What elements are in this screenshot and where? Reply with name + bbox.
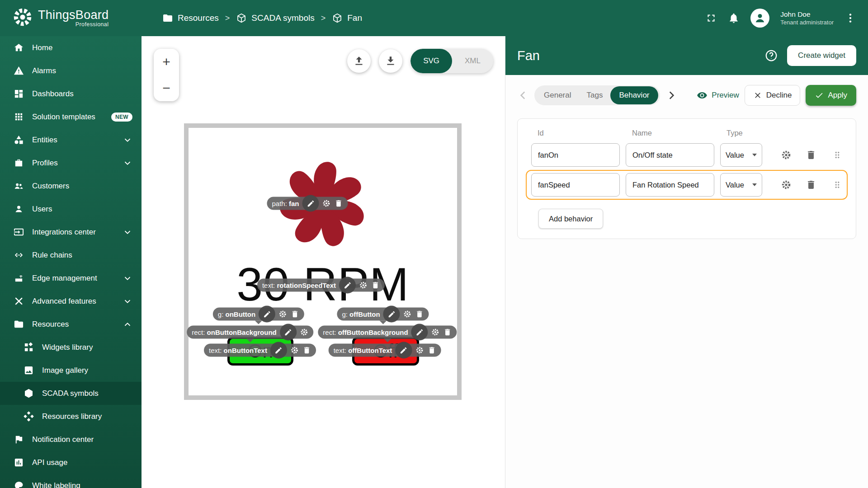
image-icon	[24, 365, 34, 375]
behavior-id-input[interactable]	[531, 143, 620, 167]
drag-handle[interactable]	[832, 180, 842, 190]
download-button[interactable]	[379, 49, 402, 73]
sidebar-item-users[interactable]: Users	[0, 197, 142, 221]
breadcrumb-scada-symbols[interactable]: SCADA symbols	[236, 13, 314, 23]
zoom-out-button[interactable]: −	[154, 75, 179, 101]
edit-pencil-icon[interactable]	[383, 306, 400, 323]
delete-trash-icon[interactable]	[291, 310, 299, 319]
breadcrumb-resources[interactable]: Resources	[162, 13, 219, 23]
behavior-name-input[interactable]	[626, 143, 714, 167]
rule-chains-icon	[14, 250, 24, 260]
sidebar-item-edge-management[interactable]: Edge management	[0, 267, 142, 290]
upload-button[interactable]	[347, 49, 371, 73]
sidebar-item-alarms[interactable]: Alarms	[0, 59, 142, 82]
decline-button[interactable]: Decline	[745, 85, 801, 106]
settings-gear-icon[interactable]	[415, 346, 424, 355]
fullscreen-icon[interactable]	[705, 12, 717, 24]
format-toggle: SVG XML	[410, 49, 493, 73]
behavior-name-input[interactable]	[626, 173, 714, 197]
add-behavior-button[interactable]: Add behavior	[538, 209, 603, 229]
kebab-menu-icon[interactable]	[844, 12, 856, 24]
element-tag-fan[interactable]: path: fan	[267, 197, 348, 210]
scada-cube-icon	[24, 388, 34, 399]
sidebar-item-widgets-library[interactable]: Widgets library	[0, 336, 142, 359]
behavior-type-select[interactable]: Value	[720, 173, 762, 197]
tab-behavior[interactable]: Behavior	[610, 86, 658, 104]
help-icon[interactable]	[764, 49, 778, 62]
sidebar-item-advanced-features[interactable]: Advanced features	[0, 290, 142, 313]
settings-gear-icon[interactable]	[322, 199, 331, 208]
settings-gear-icon[interactable]	[278, 310, 287, 319]
delete-trash-icon[interactable]	[335, 199, 343, 208]
apply-button[interactable]: Apply	[806, 85, 856, 106]
sidebar-item-entities[interactable]: Entities	[0, 128, 142, 151]
zoom-in-button[interactable]: +	[154, 49, 179, 75]
tab-general[interactable]: General	[536, 91, 579, 100]
row-delete-button[interactable]	[806, 150, 816, 160]
drag-handle[interactable]	[832, 150, 842, 160]
delete-trash-icon[interactable]	[443, 328, 452, 337]
settings-gear-icon[interactable]	[431, 328, 440, 337]
element-tag-off-button-background[interactable]: rect: offButtonBackground	[318, 326, 457, 339]
toggle-svg[interactable]: SVG	[410, 49, 452, 73]
sidebar-item-image-gallery[interactable]: Image gallery	[0, 359, 142, 382]
scada-symbol-frame[interactable]: 30 RPM On Off path: fan text: rotationSp…	[184, 123, 462, 400]
user-role: Tenant administrator	[780, 19, 834, 26]
edit-pencil-icon[interactable]	[280, 324, 297, 341]
edit-pencil-icon[interactable]	[259, 306, 275, 323]
chevron-right-icon[interactable]	[665, 89, 677, 101]
settings-gear-icon[interactable]	[359, 281, 368, 290]
element-tag-rotation-speed-text[interactable]: text: rotationSpeedText	[257, 279, 385, 292]
settings-gear-icon[interactable]	[290, 346, 299, 355]
sidebar-item-solution-templates[interactable]: Solution templates NEW	[0, 105, 142, 128]
sidebar-item-resources-library[interactable]: Resources library	[0, 405, 142, 428]
sidebar-item-white-labeling[interactable]: White labeling	[0, 474, 142, 488]
sidebar-item-dashboards[interactable]: Dashboards	[0, 82, 142, 105]
behaviors-card: Id Name Type Value	[517, 118, 856, 239]
delete-trash-icon[interactable]	[371, 281, 380, 290]
row-settings-button[interactable]	[781, 150, 792, 160]
edit-pencil-icon[interactable]	[339, 277, 356, 294]
delete-trash-icon[interactable]	[427, 346, 436, 355]
sidebar-item-customers[interactable]: Customers	[0, 174, 142, 197]
symbol-properties-panel: Fan Create widget General Tags Behavior …	[505, 36, 868, 488]
sidebar-item-home[interactable]: Home	[0, 36, 142, 59]
sidebar-item-rule-chains[interactable]: Rule chains	[0, 244, 142, 267]
edit-pencil-icon[interactable]	[411, 324, 428, 341]
preview-button[interactable]: Preview	[697, 90, 739, 101]
chevron-left-icon[interactable]	[517, 89, 529, 101]
chevron-down-icon	[123, 158, 132, 168]
element-tag-on-button-background[interactable]: rect: onButtonBackground	[187, 326, 313, 339]
user-avatar[interactable]	[750, 9, 769, 28]
edit-pencil-icon[interactable]	[270, 342, 287, 359]
toggle-xml[interactable]: XML	[452, 49, 493, 73]
app-edition: Professional	[75, 21, 109, 28]
settings-gear-icon[interactable]	[403, 310, 412, 319]
edit-pencil-icon[interactable]	[302, 195, 319, 212]
sidebar-item-resources[interactable]: Resources	[0, 313, 142, 336]
create-widget-button[interactable]: Create widget	[787, 45, 856, 66]
behavior-type-select[interactable]: Value	[720, 143, 762, 167]
element-tag-on-button-text[interactable]: text: onButtonText	[204, 344, 316, 357]
row-delete-button[interactable]	[806, 179, 816, 190]
sidebar-item-scada-symbols[interactable]: SCADA symbols	[0, 382, 142, 405]
sidebar-item-api-usage[interactable]: API usage	[0, 451, 142, 474]
element-tag-off-button-text[interactable]: text: offButtonText	[329, 344, 441, 357]
breadcrumb-fan[interactable]: Fan	[332, 13, 362, 23]
tab-tags[interactable]: Tags	[579, 91, 610, 100]
row-settings-button[interactable]	[781, 179, 792, 190]
element-tag-off-button-group[interactable]: g: offButton	[337, 308, 429, 321]
edit-pencil-icon[interactable]	[395, 342, 412, 359]
sidebar-item-integrations-center[interactable]: Integrations center	[0, 221, 142, 244]
sidebar-item-profiles[interactable]: Profiles	[0, 151, 142, 174]
delete-trash-icon[interactable]	[415, 310, 424, 319]
settings-gear-icon[interactable]	[300, 328, 308, 337]
app-logo[interactable]: ThingsBoard Professional	[0, 7, 142, 29]
element-tag-on-button-group[interactable]: g: onButton	[213, 308, 304, 321]
panel-title: Fan	[517, 48, 540, 63]
sidebar-item-notification-center[interactable]: Notification center	[0, 428, 142, 451]
palette-icon	[14, 480, 24, 488]
behavior-id-input[interactable]	[531, 173, 620, 197]
delete-trash-icon[interactable]	[302, 346, 311, 355]
notifications-bell-icon[interactable]	[728, 12, 740, 24]
